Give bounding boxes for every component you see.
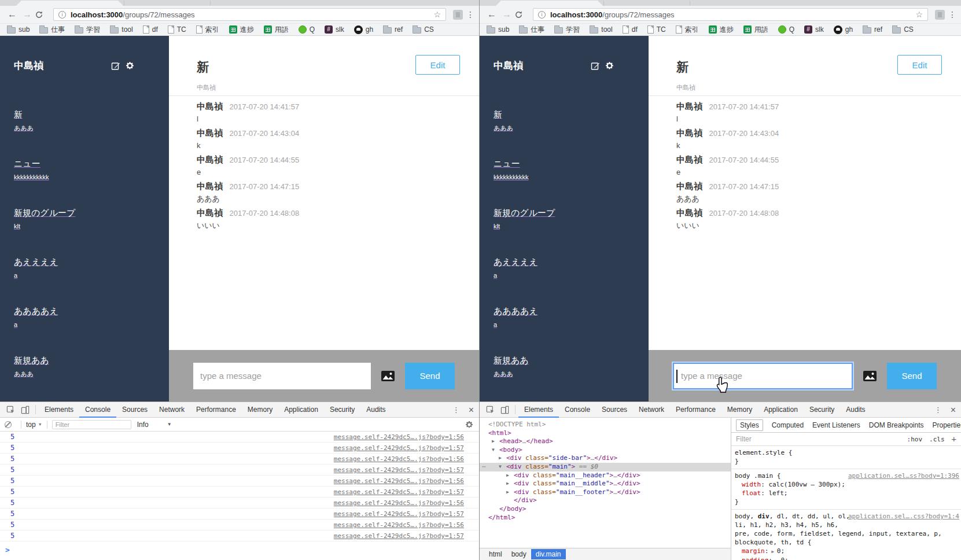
clear-console-icon[interactable] — [5, 421, 12, 428]
group-list-item[interactable]: ああああえ a — [14, 305, 155, 329]
group-name-link[interactable]: ああああえ — [14, 305, 155, 317]
group-list-item[interactable]: あええええ a — [14, 256, 155, 279]
browser-menu-icon[interactable]: ⋮ — [466, 10, 474, 19]
log-source-link[interactable]: message.self-2429dc5….js?body=1:57 — [334, 530, 464, 541]
console-level-dropdown[interactable]: Info — [137, 421, 149, 429]
dom-tree-node[interactable]: ▶<div class="side-bar">…</div> — [480, 454, 731, 463]
extension-icon[interactable] — [935, 10, 945, 20]
bookmark-item[interactable]: 用語 — [264, 25, 289, 35]
bookmark-item[interactable]: tool — [590, 25, 612, 34]
bookmark-item[interactable]: sub — [7, 25, 30, 34]
log-source-link[interactable]: message.self-2429dc5….js?body=1:56 — [334, 432, 464, 443]
group-list-item[interactable]: 新規のグループ klt — [494, 207, 635, 230]
group-list-item[interactable]: あええええ a — [494, 256, 635, 279]
breadcrumb-item[interactable]: body — [507, 549, 531, 559]
expand-arrow-icon[interactable]: ▶ — [506, 488, 514, 497]
bookmark-item[interactable]: sub — [487, 25, 509, 34]
dom-tree-node[interactable]: ▶<div class="main__middle">…</div> — [480, 480, 731, 488]
url-bar[interactable]: i localhost:3000 /groups/72/messages ☆ — [53, 8, 446, 21]
bookmark-item[interactable]: gh — [354, 25, 373, 34]
inactive-tab[interactable] — [124, 1, 211, 6]
active-tab[interactable] — [16, 1, 123, 6]
console-filter-input[interactable] — [52, 420, 131, 429]
expand-arrow-icon[interactable]: ▶ — [499, 454, 506, 463]
log-source-link[interactable]: message.self-2429dc5….js?body=1:56 — [334, 476, 464, 487]
group-list-item[interactable]: 新規ああ あああ — [14, 355, 155, 378]
expand-arrow-icon[interactable]: ▼ — [492, 446, 499, 455]
back-icon[interactable]: ← — [484, 9, 499, 20]
devtools-tab[interactable]: Audits — [360, 402, 391, 418]
send-button[interactable]: Send — [405, 363, 455, 389]
css-rule-block[interactable]: application.sel…ss?body=1:396 body .main… — [731, 469, 961, 510]
bookmark-item[interactable]: 学習 — [554, 25, 580, 35]
devtools-menu-icon[interactable]: ⋮ — [934, 406, 942, 414]
group-list-item[interactable]: 新規ああ あああ — [494, 355, 635, 378]
dom-tree-node[interactable]: ▶<div class="main__header">…</div> — [480, 471, 731, 480]
page-info-icon[interactable]: i — [58, 11, 66, 19]
devtools-tab[interactable]: Memory — [242, 402, 278, 418]
bookmark-item[interactable]: tool — [110, 25, 132, 34]
bookmark-item[interactable]: TC — [168, 25, 186, 34]
bookmark-item[interactable]: 進捗 — [709, 25, 734, 35]
send-button[interactable]: Send — [887, 363, 937, 389]
group-name-link[interactable]: ニュー — [14, 158, 155, 170]
console-context-dropdown[interactable]: top — [26, 421, 36, 429]
log-source-link[interactable]: message.self-2429dc5….js?body=1:57 — [334, 487, 464, 498]
group-desc-link[interactable]: あああ — [14, 124, 155, 132]
back-icon[interactable]: ← — [5, 9, 20, 20]
group-list-item[interactable]: ニュー kkkkkkkkkkk — [14, 158, 155, 181]
group-name-link[interactable]: 新 — [14, 109, 155, 120]
css-rule-block[interactable]: application.sel….css?body=1:4 body, div,… — [731, 510, 961, 560]
devtools-tab[interactable]: Network — [633, 402, 670, 418]
settings-gear-icon[interactable] — [605, 61, 614, 70]
group-list-item[interactable]: ああああえ a — [494, 305, 635, 329]
edit-button[interactable]: Edit — [897, 55, 942, 75]
bookmark-item[interactable]: 索引 — [676, 25, 699, 35]
log-source-link[interactable]: message.self-2429dc5….js?body=1:56 — [334, 454, 464, 465]
group-desc-link[interactable]: あああ — [494, 124, 635, 132]
log-source-link[interactable]: message.self-2429dc5….js?body=1:57 — [334, 465, 464, 476]
bookmark-item[interactable]: slk — [804, 25, 824, 34]
devtools-tab[interactable]: Console — [79, 402, 116, 418]
bookmark-item[interactable]: CS — [892, 25, 914, 34]
bookmark-item[interactable]: Q — [299, 25, 315, 34]
bookmark-item[interactable]: ref — [383, 25, 403, 34]
group-desc-link[interactable]: a — [14, 271, 155, 279]
devtools-menu-icon[interactable]: ⋮ — [452, 406, 460, 414]
device-toolbar-icon[interactable] — [21, 406, 30, 414]
chevron-down-icon[interactable]: ▼ — [167, 422, 172, 427]
group-desc-link[interactable]: あああ — [494, 370, 635, 378]
group-desc-link[interactable]: a — [494, 320, 635, 329]
image-upload-icon[interactable] — [381, 371, 395, 381]
message-input[interactable] — [193, 363, 371, 389]
devtools-tab[interactable]: Application — [758, 402, 804, 418]
styles-tab[interactable]: Event Listeners — [812, 421, 860, 429]
tab-strip[interactable] — [0, 0, 479, 6]
dom-node-gutter-icon[interactable]: ⋯ — [482, 463, 486, 471]
styles-filter-input[interactable]: Filter — [736, 435, 752, 443]
group-list-item[interactable]: 新規のグループ klt — [14, 207, 155, 230]
console-prompt[interactable]: > — [0, 541, 479, 554]
group-name-link[interactable]: ああああえ — [494, 305, 635, 317]
bookmark-item[interactable]: gh — [834, 25, 853, 34]
dom-tree-node[interactable]: ▶<div class="main__footer">…</div> — [480, 488, 731, 497]
message-input-focused[interactable] — [673, 363, 853, 389]
log-source-link[interactable]: message.self-2429dc5….js?body=1:57 — [334, 443, 464, 454]
bookmark-item[interactable]: 仕事 — [39, 25, 65, 35]
dom-tree-node[interactable]: ▶<head>…</head> — [480, 437, 731, 446]
devtools-tab[interactable]: Network — [153, 402, 190, 418]
group-desc-link[interactable]: a — [14, 320, 155, 329]
inactive-tab[interactable] — [603, 1, 690, 6]
breadcrumb-item[interactable]: div.main — [531, 549, 566, 559]
group-desc-link[interactable]: klt — [494, 222, 635, 230]
group-list-item[interactable]: 新 あああ — [14, 109, 155, 132]
group-desc-link[interactable]: kkkkkkkkkkk — [14, 173, 155, 181]
bookmark-star-icon[interactable]: ☆ — [433, 10, 441, 19]
image-upload-icon[interactable] — [863, 371, 877, 381]
edit-button[interactable]: Edit — [415, 55, 460, 75]
tab-strip[interactable] — [480, 0, 961, 6]
reload-icon[interactable] — [35, 10, 50, 19]
expand-arrow-icon[interactable]: ▼ — [499, 463, 506, 471]
css-source-link[interactable]: application.sel….css?body=1:4 — [848, 513, 959, 520]
new-group-edit-icon[interactable] — [111, 61, 120, 71]
